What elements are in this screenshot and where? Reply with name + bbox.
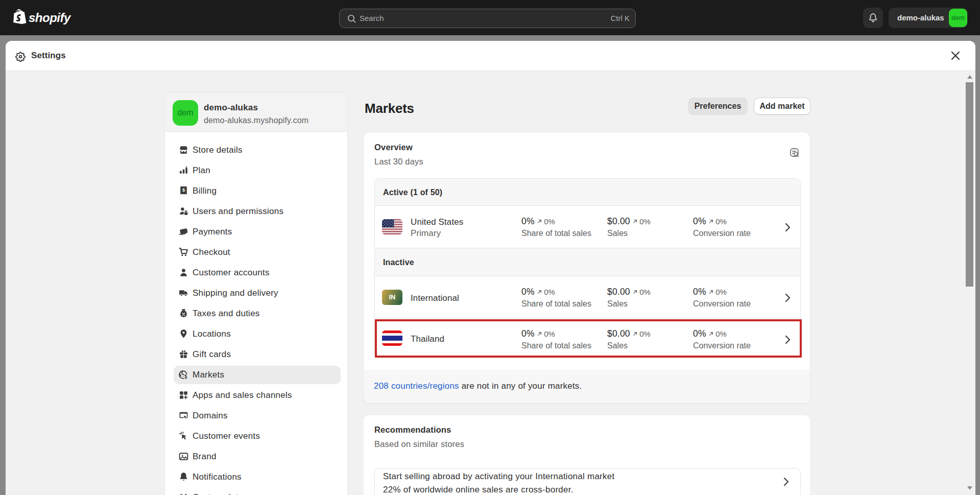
svg-text:$: $ [182,187,185,193]
svg-text:$: $ [184,373,187,380]
